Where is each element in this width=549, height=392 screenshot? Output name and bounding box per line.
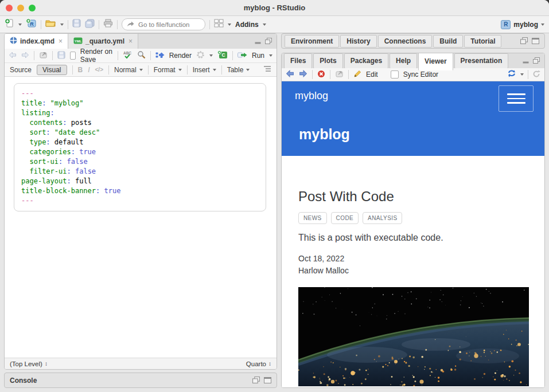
close-tab-icon[interactable]: ×: [129, 37, 133, 45]
run-caret-icon[interactable]: [269, 54, 272, 57]
new-project-icon[interactable]: R: [26, 18, 37, 30]
italic-icon[interactable]: I: [88, 66, 89, 74]
maximize-pane-icon[interactable]: [532, 36, 539, 46]
code-line: contents: posts: [21, 118, 259, 128]
maximize-pane-icon[interactable]: [264, 375, 271, 386]
viewer-content: myblog myblog Post With Code NEWSCODEANA…: [282, 81, 544, 387]
tab-connections[interactable]: Connections: [378, 35, 433, 48]
publish-caret-icon[interactable]: [520, 73, 524, 76]
render-icon[interactable]: [155, 52, 165, 60]
tab-packages[interactable]: Packages: [344, 53, 388, 69]
hamburger-menu-icon[interactable]: [499, 85, 534, 112]
main-toolbar: R Addins R: [0, 16, 549, 33]
tab-help[interactable]: Help: [390, 53, 417, 69]
editor-tab[interactable]: YML_quarto.yml×: [68, 34, 138, 49]
forward-icon[interactable]: [21, 52, 29, 60]
workspace: index.qmd×YML_quarto.yml× Render on Save…: [0, 33, 549, 392]
filetype-selector[interactable]: Quarto↕: [246, 360, 271, 367]
open-folder-caret-icon[interactable]: [60, 23, 64, 26]
edit-button[interactable]: Edit: [366, 70, 378, 79]
editor-tabstrip: index.qmd×YML_quarto.yml×: [5, 34, 277, 49]
tab-tutorial[interactable]: Tutorial: [464, 35, 501, 48]
back-icon[interactable]: [9, 52, 17, 60]
open-folder-icon[interactable]: [45, 19, 56, 30]
minimize-pane-icon[interactable]: [523, 56, 529, 66]
spellcheck-icon[interactable]: ABC: [123, 50, 133, 61]
popup-window-icon[interactable]: [335, 70, 344, 79]
toolbar-separator: [99, 20, 99, 29]
tab-environment[interactable]: Environment: [285, 35, 339, 48]
format-menu[interactable]: Format: [154, 66, 182, 74]
visual-mode-button[interactable]: Visual: [37, 65, 67, 75]
bold-icon[interactable]: B: [78, 66, 83, 74]
code-icon[interactable]: </>: [95, 66, 103, 73]
tab-presentation[interactable]: Presentation: [454, 53, 509, 69]
print-icon[interactable]: [103, 19, 113, 30]
goto-file-box[interactable]: [122, 18, 205, 30]
refresh-icon[interactable]: [532, 70, 540, 80]
restore-pane-icon[interactable]: [252, 375, 260, 386]
new-file-icon[interactable]: [5, 18, 14, 30]
toolbar-separator: [150, 51, 151, 60]
close-tab-icon[interactable]: ×: [59, 37, 63, 45]
insert-menu[interactable]: Insert: [193, 66, 216, 74]
tab-plots[interactable]: Plots: [313, 53, 342, 69]
code-line: sort: "date desc": [21, 128, 259, 138]
run-button[interactable]: Run: [252, 52, 264, 60]
restore-pane-icon[interactable]: [520, 36, 528, 46]
tab-build[interactable]: Build: [433, 35, 463, 48]
panes-layout-icon[interactable]: [214, 19, 224, 30]
editor-tab[interactable]: index.qmd×: [5, 34, 68, 49]
panes-layout-caret-icon[interactable]: [228, 23, 231, 26]
svg-text:C: C: [221, 52, 225, 58]
rstudio-window: myblog - RStudio R: [0, 0, 549, 392]
menu-caret-icon: [178, 69, 182, 71]
goto-file-input[interactable]: [137, 21, 200, 29]
tab-viewer[interactable]: Viewer: [418, 53, 453, 70]
outline-icon[interactable]: [263, 65, 271, 74]
render-button[interactable]: Render: [169, 52, 192, 60]
tab-files[interactable]: Files: [284, 53, 312, 69]
blog-nav-title[interactable]: myblog: [295, 90, 328, 102]
run-icon[interactable]: [237, 52, 247, 60]
category-badge[interactable]: ANALYSIS: [363, 212, 402, 224]
table-menu[interactable]: Table: [227, 66, 250, 74]
edit-pencil-icon[interactable]: [353, 70, 361, 80]
menu-caret-icon: [246, 69, 250, 71]
minimize-pane-icon[interactable]: [255, 36, 261, 46]
render-on-save-checkbox[interactable]: [70, 52, 76, 60]
back-icon[interactable]: [286, 70, 294, 79]
sync-editor-checkbox[interactable]: [391, 70, 399, 79]
viewer-toolbar: Edit Sync Editor: [282, 68, 544, 81]
post-title: Post With Code: [298, 189, 544, 205]
category-badge[interactable]: CODE: [331, 212, 359, 224]
addins-menu[interactable]: Addins: [235, 21, 259, 29]
search-icon[interactable]: [137, 50, 146, 61]
sync-publish-icon[interactable]: [507, 70, 516, 79]
forward-icon[interactable]: [299, 70, 307, 79]
restore-pane-icon[interactable]: [265, 36, 272, 46]
addins-caret-icon[interactable]: [263, 23, 266, 26]
save-icon[interactable]: [72, 19, 81, 30]
tab-history[interactable]: History: [340, 35, 376, 48]
toolbar-separator: [232, 51, 233, 60]
stop-icon[interactable]: [317, 70, 325, 80]
render-options-caret-icon[interactable]: [209, 54, 213, 57]
restore-pane-icon[interactable]: [533, 56, 540, 66]
new-file-caret-icon[interactable]: [18, 23, 22, 26]
save-icon[interactable]: [57, 51, 65, 61]
editor-canvas[interactable]: ---title: "myblog"listing: contents: pos…: [5, 77, 277, 358]
toolbar-separator: [108, 65, 109, 75]
popup-window-icon[interactable]: [39, 51, 48, 60]
code-line: title: "myblog": [21, 99, 259, 108]
paragraph-style-menu[interactable]: Normal: [114, 66, 143, 74]
insert-chunk-icon[interactable]: C: [217, 50, 228, 61]
project-menu[interactable]: R myblog: [501, 20, 544, 29]
gear-icon[interactable]: [196, 50, 205, 61]
scope-selector[interactable]: (Top Level)↕: [10, 360, 48, 367]
save-all-icon[interactable]: [85, 19, 95, 30]
console-pane-title[interactable]: Console: [10, 377, 37, 385]
yaml-metadata-block[interactable]: ---title: "myblog"listing: contents: pos…: [14, 83, 266, 211]
category-badge[interactable]: NEWS: [298, 212, 327, 224]
source-mode-button[interactable]: Source: [10, 66, 32, 74]
